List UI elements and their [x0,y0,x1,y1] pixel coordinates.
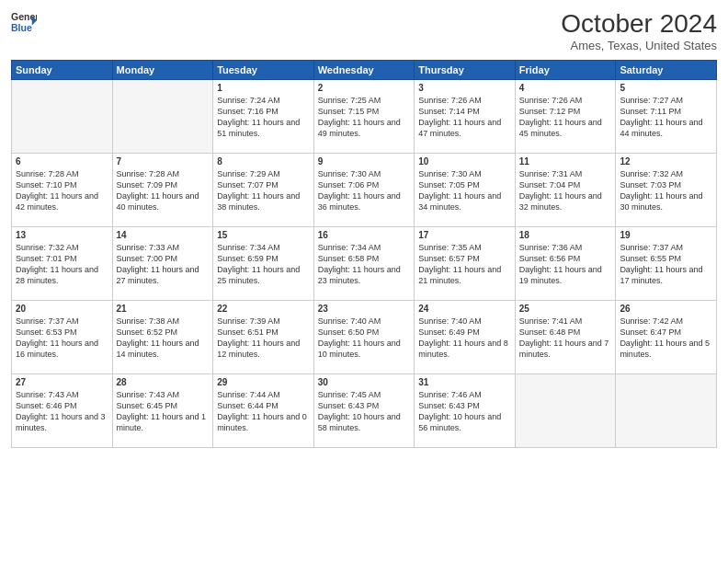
header: General Blue October 2024 Ames, Texas, U… [11,9,717,52]
day-number: 31 [418,377,511,387]
cell-content: Sunrise: 7:46 AM Sunset: 6:43 PM Dayligh… [418,389,511,434]
day-number: 6 [16,156,108,167]
calendar-cell: 16Sunrise: 7:34 AM Sunset: 6:58 PM Dayli… [313,227,415,301]
calendar-cell [515,374,616,448]
day-header-sunday: Sunday [12,61,113,80]
calendar-cell: 9Sunrise: 7:30 AM Sunset: 7:06 PM Daylig… [313,154,415,227]
cell-content: Sunrise: 7:41 AM Sunset: 6:48 PM Dayligh… [519,316,612,361]
day-number: 30 [318,377,411,387]
cell-content: Sunrise: 7:43 AM Sunset: 6:46 PM Dayligh… [16,389,108,434]
day-header-monday: Monday [112,61,213,80]
cell-content: Sunrise: 7:25 AM Sunset: 7:15 PM Dayligh… [318,95,411,140]
month-title: October 2024 [561,9,717,39]
cell-content: Sunrise: 7:37 AM Sunset: 6:53 PM Dayligh… [16,316,108,361]
cell-content: Sunrise: 7:26 AM Sunset: 7:14 PM Dayligh… [418,95,511,140]
week-row-5: 27Sunrise: 7:43 AM Sunset: 6:46 PM Dayli… [12,374,717,448]
calendar-cell: 28Sunrise: 7:43 AM Sunset: 6:45 PM Dayli… [112,374,213,448]
calendar-table: SundayMondayTuesdayWednesdayThursdayFrid… [11,60,717,448]
calendar-cell: 15Sunrise: 7:34 AM Sunset: 6:59 PM Dayli… [213,227,314,301]
day-number: 14 [117,230,210,240]
day-number: 27 [16,377,108,387]
day-number: 3 [418,83,511,93]
calendar-cell: 11Sunrise: 7:31 AM Sunset: 7:04 PM Dayli… [515,154,616,227]
cell-content: Sunrise: 7:35 AM Sunset: 6:57 PM Dayligh… [418,242,511,287]
day-number: 11 [519,156,612,167]
day-number: 12 [620,156,712,167]
cell-content: Sunrise: 7:34 AM Sunset: 6:58 PM Dayligh… [318,242,411,287]
calendar-cell: 6Sunrise: 7:28 AM Sunset: 7:10 PM Daylig… [12,154,113,227]
day-header-wednesday: Wednesday [313,61,415,80]
calendar-cell: 17Sunrise: 7:35 AM Sunset: 6:57 PM Dayli… [415,227,516,301]
title-area: October 2024 Ames, Texas, United States [561,9,717,52]
calendar-cell: 22Sunrise: 7:39 AM Sunset: 6:51 PM Dayli… [213,301,314,374]
cell-content: Sunrise: 7:40 AM Sunset: 6:49 PM Dayligh… [418,316,511,361]
day-number: 8 [217,156,310,167]
day-number: 2 [318,83,411,93]
day-header-thursday: Thursday [415,61,516,80]
day-number: 7 [117,156,210,167]
calendar-cell [616,374,717,448]
cell-content: Sunrise: 7:42 AM Sunset: 6:47 PM Dayligh… [620,316,712,361]
cell-content: Sunrise: 7:40 AM Sunset: 6:50 PM Dayligh… [318,316,411,361]
week-row-2: 6Sunrise: 7:28 AM Sunset: 7:10 PM Daylig… [12,154,717,227]
calendar-cell: 30Sunrise: 7:45 AM Sunset: 6:43 PM Dayli… [313,374,415,448]
day-number: 21 [117,304,210,314]
cell-content: Sunrise: 7:44 AM Sunset: 6:44 PM Dayligh… [217,389,310,434]
cell-content: Sunrise: 7:32 AM Sunset: 7:03 PM Dayligh… [620,168,712,213]
day-number: 28 [117,377,210,387]
header-row: SundayMondayTuesdayWednesdayThursdayFrid… [12,61,717,80]
cell-content: Sunrise: 7:30 AM Sunset: 7:06 PM Dayligh… [318,168,411,213]
day-number: 29 [217,377,310,387]
cell-content: Sunrise: 7:29 AM Sunset: 7:07 PM Dayligh… [217,168,310,213]
calendar-cell: 4Sunrise: 7:26 AM Sunset: 7:12 PM Daylig… [515,80,616,154]
cell-content: Sunrise: 7:39 AM Sunset: 6:51 PM Dayligh… [217,316,310,361]
calendar-cell: 23Sunrise: 7:40 AM Sunset: 6:50 PM Dayli… [313,301,415,374]
logo-icon: General Blue [11,9,37,35]
cell-content: Sunrise: 7:30 AM Sunset: 7:05 PM Dayligh… [418,168,511,213]
cell-content: Sunrise: 7:37 AM Sunset: 6:55 PM Dayligh… [620,242,712,287]
calendar-cell [12,80,113,154]
calendar-cell: 10Sunrise: 7:30 AM Sunset: 7:05 PM Dayli… [415,154,516,227]
day-number: 16 [318,230,411,240]
calendar-cell: 29Sunrise: 7:44 AM Sunset: 6:44 PM Dayli… [213,374,314,448]
day-number: 10 [418,156,511,167]
day-number: 1 [217,83,310,93]
calendar-cell: 13Sunrise: 7:32 AM Sunset: 7:01 PM Dayli… [12,227,113,301]
calendar-cell: 31Sunrise: 7:46 AM Sunset: 6:43 PM Dayli… [415,374,516,448]
main-container: General Blue October 2024 Ames, Texas, U… [0,0,728,455]
calendar-cell: 26Sunrise: 7:42 AM Sunset: 6:47 PM Dayli… [616,301,717,374]
day-number: 25 [519,304,612,314]
cell-content: Sunrise: 7:26 AM Sunset: 7:12 PM Dayligh… [519,95,612,140]
calendar-cell: 18Sunrise: 7:36 AM Sunset: 6:56 PM Dayli… [515,227,616,301]
cell-content: Sunrise: 7:32 AM Sunset: 7:01 PM Dayligh… [16,242,108,287]
cell-content: Sunrise: 7:28 AM Sunset: 7:09 PM Dayligh… [117,168,210,213]
location: Ames, Texas, United States [561,39,717,52]
calendar-cell: 24Sunrise: 7:40 AM Sunset: 6:49 PM Dayli… [415,301,516,374]
day-number: 5 [620,83,712,93]
day-number: 13 [16,230,108,240]
calendar-cell: 1Sunrise: 7:24 AM Sunset: 7:16 PM Daylig… [213,80,314,154]
calendar-cell: 8Sunrise: 7:29 AM Sunset: 7:07 PM Daylig… [213,154,314,227]
day-header-tuesday: Tuesday [213,61,314,80]
cell-content: Sunrise: 7:31 AM Sunset: 7:04 PM Dayligh… [519,168,612,213]
day-header-friday: Friday [515,61,616,80]
day-number: 26 [620,304,712,314]
day-number: 4 [519,83,612,93]
calendar-cell [112,80,213,154]
calendar-cell: 3Sunrise: 7:26 AM Sunset: 7:14 PM Daylig… [415,80,516,154]
calendar-cell: 5Sunrise: 7:27 AM Sunset: 7:11 PM Daylig… [616,80,717,154]
calendar-cell: 14Sunrise: 7:33 AM Sunset: 7:00 PM Dayli… [112,227,213,301]
day-number: 17 [418,230,511,240]
week-row-3: 13Sunrise: 7:32 AM Sunset: 7:01 PM Dayli… [12,227,717,301]
cell-content: Sunrise: 7:28 AM Sunset: 7:10 PM Dayligh… [16,168,108,213]
day-number: 19 [620,230,712,240]
svg-text:Blue: Blue [11,22,32,33]
day-number: 20 [16,304,108,314]
day-number: 9 [318,156,411,167]
day-number: 24 [418,304,511,314]
cell-content: Sunrise: 7:27 AM Sunset: 7:11 PM Dayligh… [620,95,712,140]
cell-content: Sunrise: 7:38 AM Sunset: 6:52 PM Dayligh… [117,316,210,361]
day-number: 18 [519,230,612,240]
week-row-4: 20Sunrise: 7:37 AM Sunset: 6:53 PM Dayli… [12,301,717,374]
calendar-cell: 20Sunrise: 7:37 AM Sunset: 6:53 PM Dayli… [12,301,113,374]
